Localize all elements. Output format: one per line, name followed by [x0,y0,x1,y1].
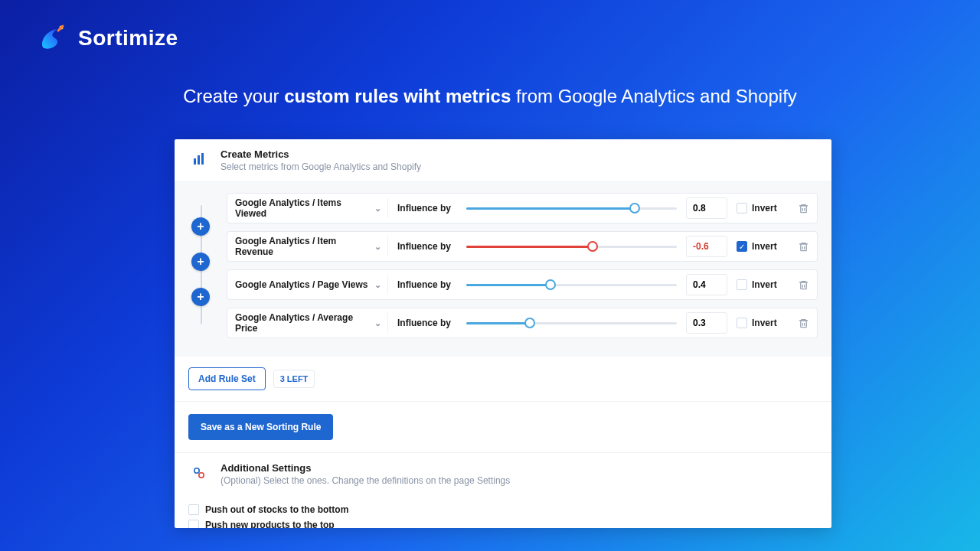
influence-value[interactable]: 0.4 [686,274,727,295]
invert-toggle[interactable]: Invert [737,318,789,328]
chevron-down-icon: ⌄ [374,318,381,328]
svg-point-8 [194,468,199,473]
chevron-down-icon: ⌄ [374,242,381,252]
svg-point-9 [199,473,204,478]
rules-remaining-badge: 3 LEFT [273,370,315,388]
brand-name: Sortimize [78,26,178,51]
checkbox-icon [188,504,199,515]
create-metrics-subtitle: Select metrics from Google Analytics and… [220,161,421,172]
add-between-button[interactable]: + [191,253,210,271]
chevron-down-icon: ⌄ [374,204,381,214]
save-row: Save as a New Sorting Rule [175,402,831,453]
headline-bold: custom rules wiht metrics [284,86,511,106]
invert-label: Invert [752,203,777,214]
rule-row: Google Analytics / Average Price⌄Influen… [227,308,818,338]
settings-gear-icon [188,462,210,484]
invert-label: Invert [752,241,777,252]
metric-name: Google Analytics / Page Views [235,279,368,290]
metric-select[interactable]: Google Analytics / Average Price⌄ [235,313,388,333]
checkbox-icon [737,203,747,214]
add-rule-set-button[interactable]: Add Rule Set [188,367,266,390]
add-rule-footer: Add Rule Set 3 LEFT [175,357,831,402]
rule-list: Google Analytics / Items Viewed⌄Influenc… [227,193,818,338]
invert-label: Invert [752,279,777,290]
create-metrics-header: Create Metrics Select metrics from Googl… [175,139,831,182]
svg-rect-2 [198,155,200,165]
page-headline: Create your custom rules wiht metrics fr… [0,86,980,107]
additional-options-list: Push out of stocks to the bottomPush new… [175,495,831,528]
metric-select[interactable]: Google Analytics / Item Revenue⌄ [235,236,388,256]
checkbox-icon: ✓ [737,241,747,252]
svg-rect-5 [801,243,807,250]
logo-mark-icon [37,21,70,55]
influence-slider[interactable] [466,240,677,253]
plus-column: + + + [191,217,210,306]
headline-suffix: from Google Analytics and Shopify [511,86,797,106]
influence-label: Influence by [397,203,457,214]
influence-label: Influence by [397,241,457,252]
rule-row: Google Analytics / Items Viewed⌄Influenc… [227,193,818,223]
additional-settings-title: Additional Settings [220,462,510,474]
invert-label: Invert [752,318,777,328]
delete-rule-button[interactable] [798,241,809,253]
metric-name: Google Analytics / Item Revenue [235,236,374,257]
metric-select[interactable]: Google Analytics / Items Viewed⌄ [235,198,388,218]
svg-rect-7 [801,320,807,327]
chevron-down-icon: ⌄ [374,280,381,290]
save-sorting-rule-button[interactable]: Save as a New Sorting Rule [188,414,333,440]
metric-select[interactable]: Google Analytics / Page Views⌄ [235,275,388,295]
influence-value[interactable]: 0.3 [686,312,727,334]
influence-value[interactable]: -0.6 [686,236,727,257]
rule-row: Google Analytics / Page Views⌄Influence … [227,269,818,300]
add-between-button[interactable]: + [191,217,210,236]
influence-label: Influence by [397,279,457,290]
svg-rect-6 [801,282,807,289]
invert-toggle[interactable]: ✓Invert [737,241,789,252]
influence-value[interactable]: 0.8 [686,197,727,219]
svg-rect-1 [194,158,196,165]
rule-row: Google Analytics / Item Revenue⌄Influenc… [227,231,818,262]
influence-slider[interactable] [466,201,677,215]
additional-option[interactable]: Push new products to the top [188,520,818,528]
invert-toggle[interactable]: Invert [737,203,789,214]
influence-slider[interactable] [466,278,677,292]
checkbox-icon [737,318,747,328]
svg-rect-4 [801,205,807,212]
delete-rule-button[interactable] [798,203,809,214]
invert-toggle[interactable]: Invert [737,279,789,290]
checkbox-icon [737,279,747,290]
svg-rect-3 [201,153,204,165]
delete-rule-button[interactable] [798,318,809,329]
checkbox-icon [188,520,199,528]
additional-settings-subtitle: (Optional) Select the ones. Change the d… [220,475,510,486]
main-panel: Create Metrics Select metrics from Googl… [175,139,831,528]
additional-option[interactable]: Push out of stocks to the bottom [188,504,818,515]
influence-slider[interactable] [466,316,677,330]
rules-area: + + + Google Analytics / Items Viewed⌄In… [175,182,831,357]
create-metrics-title: Create Metrics [220,148,421,160]
additional-settings-header: Additional Settings (Optional) Select th… [175,453,831,495]
additional-option-label: Push new products to the top [205,520,335,528]
headline-prefix: Create your [183,86,284,106]
brand-logo: Sortimize [37,21,178,55]
influence-label: Influence by [397,318,457,328]
metric-name: Google Analytics / Items Viewed [235,197,374,219]
add-between-button[interactable]: + [191,288,210,306]
metric-name: Google Analytics / Average Price [235,312,374,334]
bar-chart-icon [188,148,210,170]
delete-rule-button[interactable] [798,279,809,291]
additional-option-label: Push out of stocks to the bottom [205,504,348,515]
